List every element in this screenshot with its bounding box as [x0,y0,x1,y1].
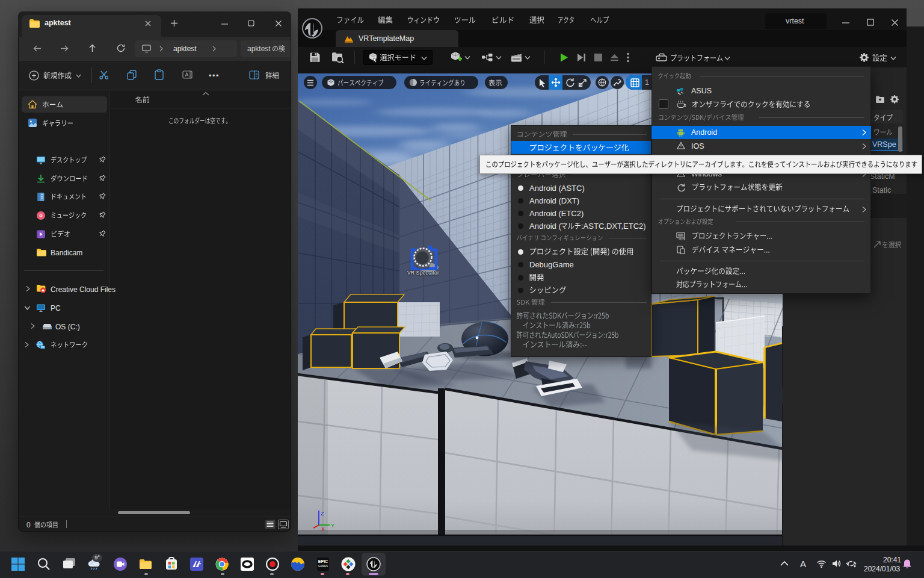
svg-text:Y: Y [331,523,334,529]
svg-text:Z: Z [321,511,324,517]
svg-text:X: X [321,526,325,532]
svg-text:EPIC: EPIC [318,559,328,564]
svg-text:GAMES: GAMES [318,565,328,568]
